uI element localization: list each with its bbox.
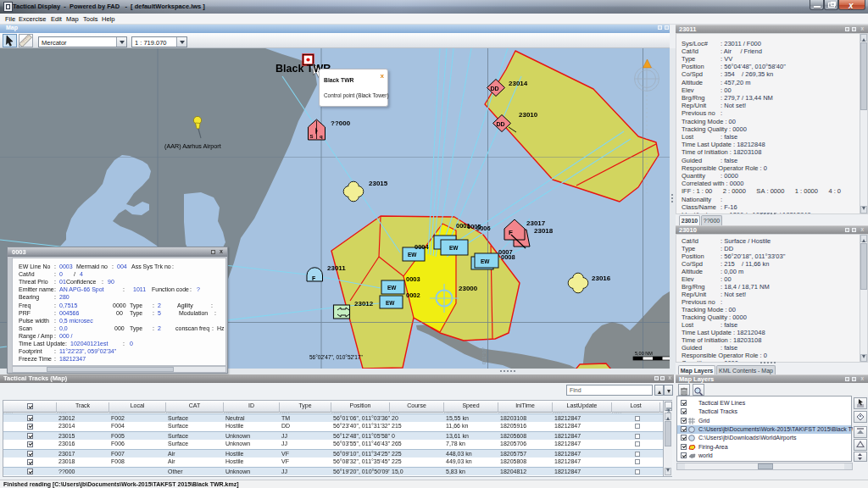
svg-text:56°02'47", 010°52'17": 56°02'47", 010°52'17" [309,354,364,360]
svg-text:F: F [509,229,513,236]
svg-text:0003: 0003 [406,275,420,283]
svg-text:EW: EW [481,258,490,264]
svg-text:011°10': 011°10' [481,347,487,364]
svg-text:q: q [320,134,323,139]
svg-text:0006: 0006 [476,225,491,232]
svg-text:23000: 23000 [459,285,478,292]
svg-text:EW: EW [387,285,397,291]
svg-text:23018: 23018 [534,227,554,235]
svg-text:23010: 23010 [519,111,538,119]
svg-text:DD: DD [497,121,505,127]
svg-text:0004: 0004 [415,243,430,251]
svg-text:(AAR) Aarhus Airport: (AAR) Aarhus Airport [164,142,221,150]
svg-text:23017: 23017 [526,219,546,227]
svg-text:23016: 23016 [592,274,611,282]
svg-text:23014: 23014 [509,80,528,87]
svg-text:F: F [312,275,316,281]
svg-text:S: S [310,134,314,139]
svg-text:5,00 NM: 5,00 NM [635,351,653,356]
svg-text:23011: 23011 [327,264,346,272]
svg-text:0008: 0008 [501,253,515,261]
svg-text:23012: 23012 [354,300,374,308]
svg-text:23015: 23015 [369,180,388,187]
svg-text:EW: EW [449,245,459,251]
svg-text:EW: EW [408,252,417,258]
svg-text:??000: ??000 [331,119,351,127]
svg-text:0002: 0002 [406,291,420,299]
svg-text:EW: EW [386,300,395,306]
svg-text:DD: DD [491,86,499,92]
